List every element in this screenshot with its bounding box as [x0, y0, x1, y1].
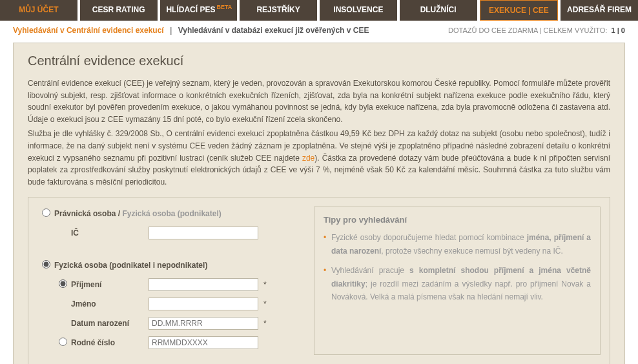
tab-label: INSOLVENCE: [333, 5, 383, 14]
firstname-row: Jméno *: [37, 297, 305, 311]
surname-row: Příjmení *: [37, 278, 305, 292]
subnav-quota: DOTAZŮ DO CEE ZDARMA | CELKEM VYUŽITO: 1…: [448, 26, 625, 34]
subnav-left: Vyhledávání v Centrální evidenci exekucí…: [13, 26, 369, 35]
tab-label: EXEKUCE | CEE: [489, 6, 549, 15]
rc-label: Rodné číslo: [71, 338, 149, 347]
tab-dluznici[interactable]: DLUŽNÍCI: [400, 0, 477, 21]
tip-item: Fyzické osoby doporučujeme hledat pomocí…: [324, 231, 591, 258]
tab-insolvence[interactable]: INSOLVENCE: [320, 0, 397, 21]
option-legal-person-label: Právnická osoba / Fyzická osoba (podnika…: [54, 209, 221, 218]
page-title: Centrální evidence exekucí: [28, 54, 610, 68]
tab-label: REJSTŘÍKY: [256, 5, 300, 14]
quota-label: DOTAZŮ DO CEE ZDARMA | CELKEM VYUŽITO:: [448, 26, 607, 34]
tab-adresar-firem[interactable]: ADRESÁŘ FIREM: [561, 0, 638, 21]
radio-legal-person[interactable]: [42, 208, 50, 217]
quota-value: 1 | 0: [612, 26, 625, 34]
option-legal-person-row: Právnická osoba / Fyzická osoba (podnika…: [37, 207, 305, 221]
surname-label: Příjmení: [71, 280, 149, 289]
dob-label: Datum narození: [71, 319, 149, 328]
ic-input[interactable]: [149, 227, 258, 239]
required-mark: *: [263, 280, 267, 289]
required-mark: *: [263, 299, 267, 308]
rc-row: Rodné číslo: [37, 336, 305, 350]
tab-label: MŮJ ÚČET: [19, 5, 58, 14]
tab-hlidaci-pes[interactable]: HLÍDACÍ PESBETA: [160, 0, 238, 21]
tab-rejstriky[interactable]: REJSTŘÍKY: [240, 0, 317, 21]
radio-by-birthnumber[interactable]: [59, 338, 67, 346]
dob-row: Datum narození *: [37, 316, 305, 330]
top-nav: MŮJ ÚČET CESR RATING HLÍDACÍ PESBETA REJ…: [0, 0, 638, 21]
subnav-separator: |: [170, 26, 172, 35]
search-form-column: Právnická osoba / Fyzická osoba (podnika…: [37, 207, 305, 355]
tab-label: CESR RATING: [92, 5, 145, 14]
main-panel: Centrální evidence exekucí Centrální evi…: [13, 43, 625, 364]
ic-row: IČ: [37, 226, 305, 240]
radio-natural-person[interactable]: [42, 260, 50, 268]
dob-input[interactable]: [149, 317, 258, 330]
surname-input[interactable]: [149, 278, 258, 291]
tab-label: DLUŽNÍCI: [420, 5, 457, 14]
option-natural-person-row: Fyzická osoba (podnikatel i nepodnikatel…: [37, 258, 305, 272]
pricelist-link[interactable]: zde: [302, 154, 314, 163]
firstname-label: Jméno: [71, 299, 149, 308]
subnav-bar: Vyhledávání v Centrální evidenci exekucí…: [0, 21, 638, 40]
tips-title: Tipy pro vyhledávání: [324, 215, 591, 225]
beta-badge: BETA: [216, 4, 232, 10]
search-form-wrapper: Právnická osoba / Fyzická osoba (podnika…: [28, 197, 610, 364]
tab-label: HLÍDACÍ PES: [166, 5, 215, 14]
tips-box: Tipy pro vyhledávání Fyzické osoby dopor…: [314, 207, 601, 355]
tab-exekuce-cee[interactable]: EXEKUCE | CEE: [480, 0, 559, 21]
ic-label: IČ: [71, 228, 149, 238]
tab-muj-ucet[interactable]: MŮJ ÚČET: [0, 0, 77, 21]
tip-item: Vyhledávání pracuje s kompletní shodou p…: [324, 264, 591, 303]
rc-input[interactable]: [149, 336, 258, 349]
intro-paragraph-1: Centrální evidence exekucí (CEE) je veře…: [28, 77, 610, 125]
radio-by-name[interactable]: [59, 279, 67, 288]
subnav-link-search-cee[interactable]: Vyhledávání v Centrální evidenci exekucí: [13, 26, 164, 35]
tab-cesr-rating[interactable]: CESR RATING: [80, 0, 158, 21]
required-mark: *: [263, 319, 267, 328]
subnav-link-search-verified[interactable]: Vyhledávání v databázi exekucí již ověře…: [178, 26, 369, 35]
intro-paragraph-2: Služba je dle vyhlášky č. 329/2008 Sb., …: [28, 128, 610, 188]
tab-label: ADRESÁŘ FIREM: [567, 5, 632, 14]
firstname-input[interactable]: [149, 298, 258, 310]
tips-list: Fyzické osoby doporučujeme hledat pomocí…: [324, 231, 591, 303]
option-natural-person-label: Fyzická osoba (podnikatel i nepodnikatel…: [54, 261, 207, 270]
